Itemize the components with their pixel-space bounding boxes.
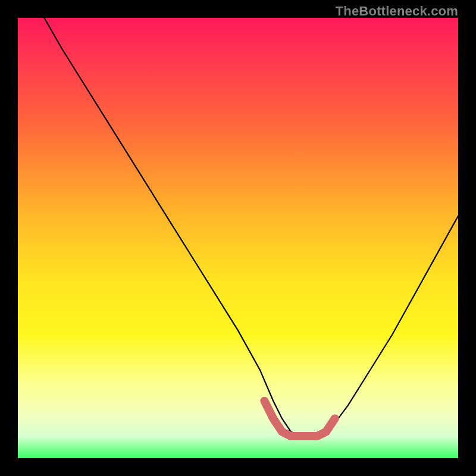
optimal-range-highlight bbox=[264, 401, 334, 436]
bottleneck-line bbox=[44, 18, 458, 436]
plot-area bbox=[18, 18, 458, 458]
curve-layer bbox=[18, 18, 458, 458]
chart-canvas: TheBottleneck.com bbox=[0, 0, 476, 476]
watermark-text: TheBottleneck.com bbox=[336, 4, 458, 19]
